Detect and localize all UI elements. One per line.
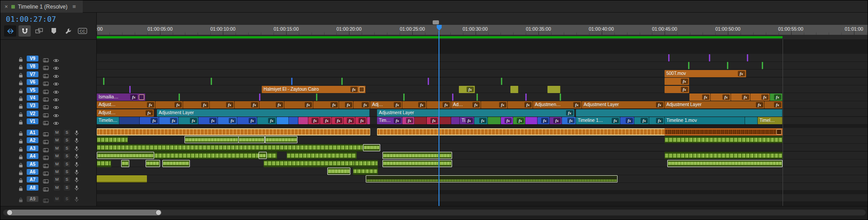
mini-clip[interactable] <box>179 94 180 101</box>
sync-lock-icon[interactable] <box>43 121 49 126</box>
linked-selection-toggle[interactable] <box>33 25 45 37</box>
lock-icon[interactable] <box>19 57 23 62</box>
audio-clip[interactable] <box>184 136 239 143</box>
fx-badge[interactable]: fx <box>330 102 338 108</box>
timeline-clip[interactable]: fx <box>770 94 783 101</box>
fx-badge[interactable]: fx <box>573 102 580 108</box>
mini-clip[interactable] <box>129 86 131 93</box>
solo-button-A6[interactable]: S <box>64 169 70 175</box>
sync-lock-icon[interactable] <box>43 171 49 176</box>
timeline-clip[interactable]: fx <box>308 117 320 124</box>
timeline-clip[interactable]: fx <box>550 117 562 124</box>
timeline-clip[interactable]: Ad…fx <box>451 101 481 108</box>
mini-clip[interactable] <box>762 62 763 69</box>
fx-badge[interactable]: fx <box>190 118 197 123</box>
sync-lock-icon[interactable] <box>43 105 49 110</box>
lock-icon[interactable] <box>19 139 23 144</box>
audio-clip[interactable] <box>382 152 452 159</box>
timeline-clip[interactable] <box>298 117 308 124</box>
timeline-clip[interactable]: fx <box>665 86 689 93</box>
timeline-clip[interactable]: Adjustment Layer <box>157 109 370 117</box>
captions-button[interactable]: CC <box>76 25 89 37</box>
sync-lock-icon[interactable] <box>43 155 49 160</box>
sync-lock-icon[interactable] <box>43 148 49 153</box>
fx-badge[interactable]: fx <box>175 102 182 108</box>
audio-clip[interactable] <box>259 152 267 159</box>
tab-timeline-1[interactable]: × Timeline 1 (Resolve) ≡ <box>0 0 83 13</box>
timeline-clip[interactable]: fx <box>649 117 665 124</box>
mini-clip[interactable] <box>211 78 212 85</box>
timeline-clip[interactable] <box>525 117 538 124</box>
fx-badge[interactable]: fx <box>359 118 366 123</box>
solo-button-A7[interactable]: S <box>64 177 70 183</box>
timeline-clip[interactable]: fx <box>259 101 284 108</box>
fx-badge[interactable]: fx <box>345 102 352 108</box>
timeline-clip[interactable]: Tim…fx <box>377 117 402 124</box>
timeline-clip[interactable]: Timel… <box>758 117 783 124</box>
mini-clip[interactable] <box>688 62 689 69</box>
track-badge-V2[interactable]: V2 <box>27 111 38 117</box>
timeline-clip[interactable]: fx <box>339 101 354 108</box>
timeline-clip[interactable]: Adjustment Layerfx <box>582 101 665 108</box>
mini-clip[interactable] <box>709 54 710 61</box>
fx-badge[interactable]: fx <box>499 102 506 108</box>
sync-lock-icon[interactable] <box>43 74 49 79</box>
timeline-clip[interactable]: fx <box>210 101 235 108</box>
fx-badge[interactable]: fx <box>201 102 208 108</box>
mini-clip[interactable] <box>747 54 748 61</box>
audio-clip[interactable] <box>287 152 357 159</box>
add-marker-button[interactable] <box>47 25 60 37</box>
timeline-clip[interactable]: Halmiyet El - Zaytoun Cairofx <box>262 86 366 93</box>
timeline-clip[interactable]: fx <box>750 94 770 101</box>
sync-lock-icon[interactable] <box>43 58 49 63</box>
audio-clip[interactable] <box>665 136 783 143</box>
insert-mode-button[interactable] <box>4 25 16 37</box>
sync-lock-icon[interactable] <box>43 81 49 86</box>
timeline-clip[interactable] <box>488 117 501 124</box>
lock-icon[interactable] <box>19 89 23 94</box>
fx-badge[interactable]: fx <box>276 102 283 108</box>
mute-button-A4[interactable]: M <box>54 153 60 159</box>
fx-badge[interactable]: fx <box>130 94 137 100</box>
solo-button-A9[interactable]: S <box>64 196 70 202</box>
lock-icon[interactable] <box>19 80 23 86</box>
mute-button-A2[interactable]: M <box>54 137 60 143</box>
mute-button-A5[interactable]: M <box>54 161 60 167</box>
scrollbar-thumb[interactable] <box>7 210 161 215</box>
track-badge-A7[interactable]: A7 <box>27 177 38 183</box>
timeline-clip[interactable]: fx <box>332 117 344 124</box>
track-badge-V3[interactable]: V3 <box>27 103 38 108</box>
fx-badge[interactable]: fx <box>268 118 275 123</box>
fx-badge[interactable]: fx <box>394 102 401 108</box>
mic-icon[interactable] <box>75 130 79 136</box>
fx-badge[interactable]: fx <box>761 94 769 100</box>
solo-button-A8[interactable]: S <box>64 185 70 191</box>
solo-button-A2[interactable]: S <box>64 137 70 143</box>
mic-icon[interactable] <box>75 197 79 202</box>
lock-icon[interactable] <box>19 147 23 152</box>
timeline-clip[interactable] <box>289 117 298 124</box>
timeline-clip[interactable]: fx <box>427 117 439 124</box>
fx-badge[interactable]: fx <box>505 118 512 123</box>
timeline-clip[interactable]: Timelin… <box>97 117 119 124</box>
track-badge-A5[interactable]: A5 <box>27 161 38 167</box>
mic-icon[interactable] <box>75 177 79 183</box>
timeline-clip[interactable]: fx <box>320 117 332 124</box>
timeline-clip[interactable] <box>547 86 561 93</box>
fx-badge[interactable]: fx <box>774 102 781 108</box>
sync-lock-icon[interactable] <box>43 89 49 94</box>
mute-button-A9[interactable]: M <box>54 196 60 202</box>
audio-clip[interactable] <box>665 152 783 159</box>
audio-clip[interactable] <box>366 175 618 183</box>
lock-icon[interactable] <box>19 170 23 176</box>
timeline-clip[interactable]: fx <box>198 117 218 124</box>
timeline-clip[interactable]: fx <box>344 117 355 124</box>
lock-icon[interactable] <box>19 104 23 109</box>
fx-badge[interactable]: fx <box>626 118 633 123</box>
fx-badge[interactable]: fx <box>170 118 177 123</box>
time-ruler[interactable]: 00:0001:00:05:0001:00:10:0001:00:15:0001… <box>97 25 868 35</box>
fx-badge[interactable]: fx <box>541 118 548 123</box>
timeline-clip[interactable]: fx <box>764 101 783 108</box>
timeline-clip[interactable]: fx <box>501 117 513 124</box>
solo-button-A5[interactable]: S <box>64 161 70 167</box>
